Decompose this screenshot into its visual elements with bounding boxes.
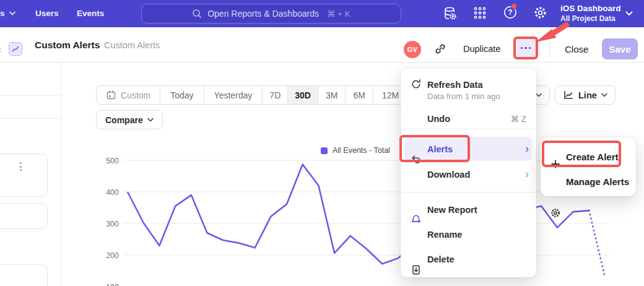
submenu-item-create-alert[interactable]: Create Alert (541, 145, 636, 168)
menu-item-refresh-data[interactable]: Refresh Data Data from 1 min ago (401, 73, 536, 100)
gear-icon (550, 207, 561, 219)
project-name[interactable]: iOS Dashboard (560, 4, 621, 13)
menu-item-delete[interactable]: Delete (401, 249, 536, 270)
settings-icon[interactable] (533, 6, 547, 20)
range-7d[interactable]: 7D (263, 86, 288, 104)
svg-text:300: 300 (106, 220, 119, 228)
kebab-menu-icon[interactable] (20, 162, 22, 171)
compare-button[interactable]: Compare (96, 110, 163, 129)
legend-label: All Events - Total (333, 146, 390, 155)
menu-item-rename[interactable]: Rename (401, 224, 536, 245)
range-custom[interactable]: Custom (97, 86, 160, 104)
context-menu: Refresh Data Data from 1 min ago Undo ⌘ … (401, 68, 536, 277)
more-ellipsis-icon (521, 47, 523, 50)
apps-grid-icon[interactable] (473, 6, 487, 20)
svg-text:200: 200 (106, 251, 119, 260)
menu-item-new-report[interactable]: New Report (401, 199, 536, 220)
close-button[interactable]: Close (565, 44, 588, 54)
svg-text:?: ? (508, 8, 512, 17)
svg-text:500: 500 (106, 157, 119, 165)
panel-divider (61, 63, 61, 286)
chevron-left-icon[interactable]: ‹ (0, 44, 1, 55)
menu-divider (401, 129, 536, 129)
line-chart-icon (563, 90, 574, 100)
alerts-submenu: Create Alert Manage Alerts (541, 137, 636, 196)
link-icon[interactable] (434, 43, 446, 55)
calendar-icon (106, 90, 116, 100)
date-range-selector: Custom Today Yesterday 7D 30D 3M 6M 12M (96, 85, 408, 105)
refresh-icon (411, 79, 422, 90)
plus-icon (550, 158, 561, 170)
rail-divider (0, 95, 61, 96)
search-bar[interactable]: Open Reports & Dashboards ⌘ + K (141, 4, 401, 24)
data-settings-icon[interactable] (443, 6, 457, 20)
range-today[interactable]: Today (160, 86, 204, 104)
notification-badge (511, 3, 517, 9)
project-scope: All Project Data (560, 14, 616, 23)
list-item[interactable] (0, 154, 48, 197)
chevron-down-icon (536, 93, 542, 97)
search-icon (192, 9, 202, 19)
range-6m[interactable]: 6M (346, 86, 373, 104)
menu-item-download[interactable]: Download › (401, 163, 536, 186)
menu-item-alerts[interactable]: Alerts › (401, 138, 536, 160)
chevron-down-icon[interactable] (625, 11, 633, 16)
rail-divider (0, 118, 61, 119)
nav-item-truncated-label: s (0, 9, 5, 18)
menu-divider (401, 192, 536, 193)
top-navbar: s Users Events Open Reports & Dashboards… (0, 0, 644, 27)
more-options-button[interactable] (516, 39, 536, 57)
menu-item-undo[interactable]: Undo ⌘ Z (401, 108, 536, 129)
report-icon (9, 42, 22, 56)
submenu-item-manage-alerts[interactable]: Manage Alerts (541, 170, 636, 193)
submenu-arrow-icon: › (525, 143, 529, 154)
breadcrumb[interactable]: Custom Alerts (104, 40, 160, 50)
save-button[interactable]: Save (602, 38, 638, 59)
search-placeholder: Open Reports & Dashboards (207, 9, 319, 19)
search-shortcut: ⌘ + K (327, 9, 350, 19)
chart-type-button[interactable]: Line (555, 85, 616, 105)
range-yesterday[interactable]: Yesterday (204, 86, 263, 104)
page-title: Custom Alerts (35, 40, 100, 51)
header-divider (549, 41, 550, 58)
svg-text:100: 100 (106, 283, 119, 286)
range-3m[interactable]: 3M (318, 86, 346, 104)
nav-item-events[interactable]: Events (77, 9, 104, 18)
legend-swatch (321, 147, 328, 154)
list-item[interactable] (0, 203, 48, 229)
chevron-down-icon (601, 93, 607, 97)
svg-text:400: 400 (106, 188, 119, 197)
duplicate-button[interactable]: Duplicate (463, 44, 500, 54)
avatar[interactable]: GV (404, 41, 421, 58)
app-window: s Users Events Open Reports & Dashboards… (0, 0, 644, 286)
chevron-down-icon (9, 11, 15, 15)
range-30d-selected[interactable]: 30D (288, 86, 318, 104)
chevron-down-icon (147, 118, 154, 122)
nav-item-users[interactable]: Users (35, 9, 59, 18)
report-header: ‹ Custom Alerts Custom Alerts GV Duplica… (0, 27, 644, 63)
nav-item-truncated[interactable]: s (0, 9, 15, 18)
undo-shortcut: ⌘ Z (511, 114, 527, 124)
list-item[interactable] (0, 264, 48, 286)
refresh-sublabel: Data from 1 min ago (427, 92, 500, 101)
chart-legend[interactable]: All Events - Total (321, 146, 390, 155)
submenu-arrow-icon: › (525, 168, 529, 180)
